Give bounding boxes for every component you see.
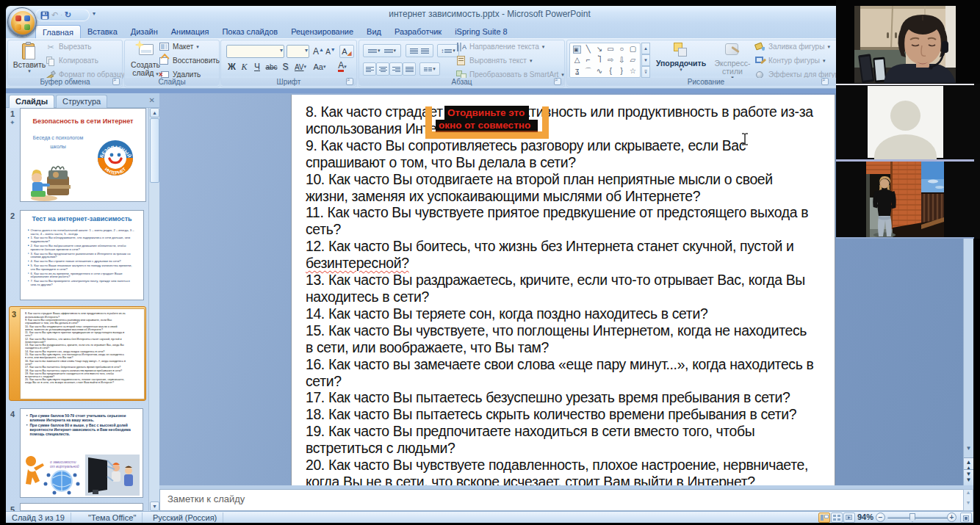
normal-view-button[interactable] (818, 513, 830, 523)
redo-icon[interactable]: ↻ (65, 11, 71, 19)
arrange-button[interactable]: Упорядочить ▾ (657, 42, 705, 72)
office-button[interactable] (7, 7, 37, 37)
undo-icon[interactable]: ↶ (51, 11, 58, 19)
slide-thumbnail-2[interactable]: Тест на интернет-зависимость Ответы дают… (20, 210, 144, 300)
shape-icon[interactable]: ʓ (575, 66, 579, 76)
shapes-more-icon[interactable]: ⊽ (641, 66, 650, 78)
shape-icon[interactable]: ▱ (630, 55, 636, 65)
tab-outline-panel[interactable]: Структура (56, 95, 107, 108)
underline-button[interactable]: Ч (251, 60, 264, 73)
video-tile-3[interactable] (836, 162, 980, 237)
zoom-out-button[interactable]: − (876, 513, 885, 522)
slide-thumbnail-4[interactable]: При сумме баллов 50-79 стоит учитывать с… (20, 408, 143, 498)
shape-icon[interactable]: ▭ (607, 44, 613, 54)
align-left-button[interactable] (363, 62, 376, 76)
tab-slideshow[interactable]: Показ слайдов (215, 25, 284, 38)
shape-icon[interactable]: ⇩ (619, 55, 624, 65)
align-text-button[interactable]: Выровнять текст▾ (455, 54, 532, 67)
notes-pane[interactable]: Заметки к слайду (159, 489, 963, 511)
shape-icon[interactable]: ☆ (630, 66, 636, 76)
zoom-slider-track[interactable] (887, 517, 951, 519)
scroll-down-icon[interactable]: ▼ (964, 445, 973, 452)
bullets-button[interactable]: ▾ ▾ (363, 44, 401, 57)
clear-formatting-button[interactable]: A◢ (339, 45, 354, 58)
notes-scrollbar[interactable]: ▲▼ (963, 489, 973, 511)
shape-icon[interactable]: Ⴈ (598, 55, 602, 65)
change-case-button[interactable]: Aa▾ (310, 60, 329, 73)
drawing-dialog-launcher-icon[interactable] (821, 78, 829, 85)
shapes-scroll[interactable]: ▲ ▼ ⊽ (641, 43, 650, 78)
shape-icon[interactable]: ▣ (573, 46, 581, 54)
shapes-scroll-up-icon[interactable]: ▲ (641, 43, 650, 54)
slide-page[interactable]: 8. Как часто страдает Ваша эффективность… (291, 95, 835, 485)
qat-dropdown-icon[interactable]: ▾ (93, 10, 96, 17)
new-slide-button[interactable]: Создать слайд ▾ (128, 42, 163, 77)
text-shadow-button[interactable]: S (279, 60, 292, 73)
tab-ispring[interactable]: iSpring Suite 8 (448, 25, 514, 38)
shape-icon[interactable]: ▢ (630, 44, 636, 54)
tab-slides-panel[interactable]: Слайды (9, 95, 54, 108)
paragraph-dialog-launcher-icon[interactable] (554, 78, 561, 85)
copy-button[interactable]: Копировать (45, 54, 98, 67)
panel-scroll-thumb[interactable] (150, 118, 159, 183)
quick-styles-button[interactable]: Экспресс-стили ▾ (705, 42, 760, 80)
panel-scroll-down-icon[interactable]: ▼ (150, 502, 159, 511)
tab-design[interactable]: Дизайн (124, 25, 165, 38)
text-direction-button[interactable]: A Направление текста▾ (455, 40, 544, 53)
bold-button[interactable]: Ж (226, 60, 238, 73)
video-tile-1[interactable] (836, 0, 980, 84)
shapes-scroll-down-icon[interactable]: ▼ (641, 54, 650, 66)
layout-button[interactable]: Макет▾ (159, 40, 199, 53)
fit-to-window-button[interactable] (960, 513, 972, 523)
shapes-gallery[interactable]: ▣ ╲ ↘ ▭ ○ ▢ △ ⌐ Ⴈ ⇨ ⇩ ▱ ʓ ⌒ ∿ { } (569, 43, 641, 78)
clipboard-dialog-launcher-icon[interactable] (112, 78, 120, 85)
panel-scroll-up-icon[interactable]: ▲ (150, 108, 159, 117)
shape-icon[interactable]: ⌒ (585, 66, 592, 76)
shape-icon[interactable]: } (621, 66, 623, 76)
font-size-combo[interactable] (287, 45, 309, 58)
tab-animation[interactable]: Анимация (165, 25, 216, 38)
font-name-combo[interactable] (226, 45, 284, 58)
strikethrough-button[interactable]: abc (264, 60, 279, 73)
shrink-font-button[interactable]: A▼ (325, 45, 336, 58)
save-icon[interactable] (40, 11, 49, 20)
slide-thumbnail-1[interactable]: Безопасность в сети Интернет Беседа с пс… (20, 108, 146, 202)
tab-view[interactable]: Вид (360, 25, 388, 38)
tab-review[interactable]: Рецензирование (284, 25, 360, 38)
slides-panel-scrollbar[interactable]: ▲ ▼ (148, 108, 159, 511)
shape-icon[interactable]: ↘ (597, 44, 602, 54)
cut-button[interactable]: ✂ Вырезать (45, 40, 91, 53)
paste-button[interactable]: Вставить ▾ (12, 42, 46, 73)
next-slide-button[interactable]: ▼▼ (964, 469, 973, 485)
character-spacing-button[interactable]: AV▾ (292, 60, 309, 73)
shape-icon[interactable]: △ (574, 55, 580, 65)
zoom-in-button[interactable]: + (947, 513, 956, 522)
grow-font-button[interactable]: A▲ (312, 45, 325, 58)
columns-button[interactable]: ▾ (419, 62, 440, 76)
indent-buttons[interactable] (406, 44, 433, 57)
shape-icon[interactable]: ∿ (597, 66, 602, 76)
tab-home[interactable]: Главная (35, 25, 81, 38)
slide-sorter-view-button[interactable] (831, 513, 843, 523)
shape-fill-button[interactable]: Заливка фигуры▾ (754, 40, 830, 53)
italic-button[interactable]: К (238, 60, 251, 73)
reset-slide-button[interactable]: Восстановить (159, 54, 220, 67)
font-dialog-launcher-icon[interactable] (346, 78, 353, 85)
font-color-button[interactable]: А▾ (333, 60, 352, 73)
shape-outline-button[interactable]: Контур фигуры▾ (754, 54, 825, 67)
tab-developer[interactable]: Разработчик (388, 25, 448, 38)
shape-icon[interactable]: ○ (619, 44, 624, 54)
shape-icon[interactable]: ⇨ (608, 55, 613, 65)
tab-insert[interactable]: Вставка (81, 25, 124, 38)
align-center-button[interactable] (376, 62, 389, 76)
shape-icon[interactable]: ⌐ (586, 55, 591, 65)
panel-close-icon[interactable]: ✕ (149, 96, 155, 104)
slideshow-view-button[interactable] (843, 513, 855, 523)
slide-text[interactable]: 8. Как часто страдает Ваша эффективность… (306, 104, 835, 485)
shape-icon[interactable]: { (609, 66, 611, 76)
slide-thumbnail-5[interactable] (20, 503, 143, 511)
justify-button[interactable] (403, 62, 416, 76)
shape-icon[interactable]: ╲ (586, 44, 591, 54)
zoom-slider-thumb[interactable] (909, 513, 915, 522)
align-right-button[interactable] (389, 62, 403, 76)
